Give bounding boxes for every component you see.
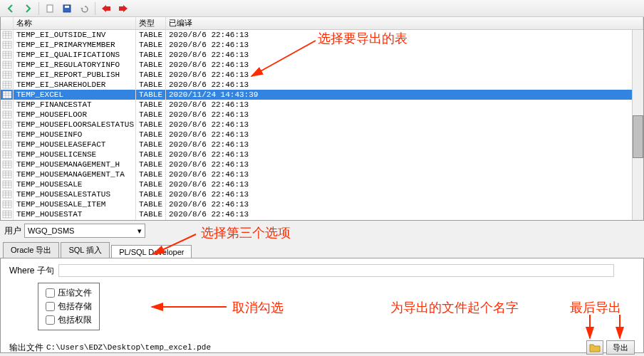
table-row[interactable]: TEMP_EXCELTABLE2020/11/24 14:43:39 xyxy=(1,90,643,100)
toolbar xyxy=(0,0,644,17)
table-icon xyxy=(1,130,14,140)
svg-rect-35 xyxy=(3,91,11,98)
cell-type: TABLE xyxy=(136,110,166,120)
cell-date: 2020/8/6 22:46:13 xyxy=(166,110,643,120)
cell-date: 2020/8/6 22:46:13 xyxy=(166,40,643,50)
red-next-icon[interactable] xyxy=(115,1,131,16)
cell-type: TABLE xyxy=(136,189,166,199)
table-row[interactable]: TEMP_HOUSESALESTATUSTABLE2020/8/6 22:46:… xyxy=(1,189,643,199)
check-compress[interactable]: 压缩文件 xyxy=(46,286,92,300)
col-type[interactable]: 类型 xyxy=(136,17,166,29)
tab-content: Where 子句 压缩文件 包括存储 包括权限 输出文件 C:\Users\ED… xyxy=(0,258,644,353)
table-icon xyxy=(1,189,14,199)
export-button[interactable]: 导出 xyxy=(606,340,635,355)
table-header: 名称 类型 已编译 xyxy=(1,17,643,30)
save-icon[interactable] xyxy=(59,1,75,16)
cell-date: 2020/8/6 22:46:13 xyxy=(166,140,643,150)
svg-rect-4 xyxy=(119,6,123,11)
scrollbar[interactable] xyxy=(632,30,643,220)
table-row[interactable]: TEMP_HOUSEMANAGEMENT_TATABLE2020/8/6 22:… xyxy=(1,169,643,179)
cell-name: TEMP_HOUSESALE_ITEM xyxy=(14,199,136,209)
cell-type: TABLE xyxy=(136,199,166,209)
cell-name: TEMP_HOUSELEASEFACT xyxy=(14,140,136,150)
tab-oracle-export[interactable]: Oracle 导出 xyxy=(3,242,59,258)
cell-type: TABLE xyxy=(136,30,166,40)
cell-date: 2020/8/6 22:46:13 xyxy=(166,219,643,221)
table-list[interactable]: 名称 类型 已编译 TEMP_EI_OUTSIDE_INVTABLE2020/8… xyxy=(0,17,644,221)
svg-rect-3 xyxy=(106,6,110,11)
svg-rect-25 xyxy=(3,71,11,78)
tabs: Oracle 导出 SQL 插入 PL/SQL Developer xyxy=(0,241,644,258)
table-icon xyxy=(1,209,14,219)
table-row[interactable]: TEMP_EI_SHAREHOLDERTABLE2020/8/6 22:46:1… xyxy=(1,80,643,90)
cell-date: 2020/8/6 22:46:13 xyxy=(166,60,643,70)
table-icon xyxy=(1,159,14,169)
svg-rect-30 xyxy=(3,81,11,88)
table-row[interactable]: TEMP_HOUSESALETABLE2020/8/6 22:46:13 xyxy=(1,179,643,189)
table-icon xyxy=(1,219,14,221)
user-select[interactable]: WGQ_DSMS ▾ xyxy=(24,224,145,238)
table-icon xyxy=(1,169,14,179)
table-row[interactable]: TEMP_KEYCORPTABLE2020/8/6 22:46:13 xyxy=(1,219,643,221)
red-prev-icon[interactable] xyxy=(98,1,114,16)
table-row[interactable]: TEMP_HOUSESTATTABLE2020/8/6 22:46:13 xyxy=(1,209,643,219)
browse-button[interactable] xyxy=(586,340,603,355)
check-include-storage[interactable]: 包括存储 xyxy=(46,300,92,313)
cell-name: TEMP_HOUSESALE xyxy=(14,179,136,189)
svg-rect-90 xyxy=(3,201,11,208)
cell-date: 2020/8/6 22:46:13 xyxy=(166,120,643,130)
table-row[interactable]: TEMP_HOUSEMANAGEMENT_HTABLE2020/8/6 22:4… xyxy=(1,159,643,169)
col-compiled[interactable]: 已编译 xyxy=(166,17,643,29)
svg-rect-60 xyxy=(3,141,11,148)
new-icon[interactable] xyxy=(42,1,58,16)
svg-rect-85 xyxy=(3,191,11,198)
cell-type: TABLE xyxy=(136,80,166,90)
svg-rect-80 xyxy=(3,181,11,188)
table-icon xyxy=(1,120,14,130)
scrollbar-thumb[interactable] xyxy=(633,115,643,158)
table-row[interactable]: TEMP_HOUSELICENSETABLE2020/8/6 22:46:13 xyxy=(1,150,643,159)
user-label: 用户 xyxy=(4,225,21,237)
table-icon xyxy=(1,140,14,150)
table-row[interactable]: TEMP_HOUSEFLOORSALESTATUSTABLE2020/8/6 2… xyxy=(1,120,643,130)
cell-date: 2020/8/6 22:46:13 xyxy=(166,209,643,219)
tab-plsql-developer[interactable]: PL/SQL Developer xyxy=(111,245,192,258)
table-row[interactable]: TEMP_HOUSESALE_ITEMTABLE2020/8/6 22:46:1… xyxy=(1,199,643,209)
cell-date: 2020/8/6 22:46:13 xyxy=(166,100,643,110)
table-icon xyxy=(1,80,14,90)
output-path[interactable]: C:\Users\EDZ\Desktop\temp_excel.pde xyxy=(46,343,583,352)
table-row[interactable]: TEMP_FINANCESTATTABLE2020/8/6 22:46:13 xyxy=(1,100,643,110)
cell-type: TABLE xyxy=(136,100,166,110)
svg-rect-0 xyxy=(47,5,53,12)
table-icon xyxy=(1,199,14,209)
col-name[interactable]: 名称 xyxy=(14,17,136,29)
check-include-privileges[interactable]: 包括权限 xyxy=(46,313,92,327)
table-row[interactable]: TEMP_HOUSEINFOTABLE2020/8/6 22:46:13 xyxy=(1,130,643,140)
table-row[interactable]: TEMP_EI_QUALIFICATIONSTABLE2020/8/6 22:4… xyxy=(1,50,643,60)
cell-date: 2020/8/6 22:46:13 xyxy=(166,189,643,199)
nav-right-icon[interactable] xyxy=(20,1,36,16)
table-row[interactable]: TEMP_EI_OUTSIDE_INVTABLE2020/8/6 22:46:1… xyxy=(1,30,643,40)
cell-type: TABLE xyxy=(136,219,166,221)
table-row[interactable]: TEMP_EI_PRIMARYMEMBERTABLE2020/8/6 22:46… xyxy=(1,40,643,50)
table-row[interactable]: TEMP_HOUSELEASEFACTTABLE2020/8/6 22:46:1… xyxy=(1,140,643,150)
table-row[interactable]: TEMP_EI_REPORT_PUBLISHTABLE2020/8/6 22:4… xyxy=(1,70,643,80)
cell-name: TEMP_HOUSESTAT xyxy=(14,209,136,219)
svg-rect-15 xyxy=(3,51,11,58)
nav-left-icon[interactable] xyxy=(3,1,19,16)
table-row[interactable]: TEMP_EI_REGULATORYINFOTABLE2020/8/6 22:4… xyxy=(1,60,643,70)
cell-name: TEMP_EXCEL xyxy=(14,90,136,100)
cell-date: 2020/8/6 22:46:13 xyxy=(166,80,643,90)
cell-type: TABLE xyxy=(136,50,166,60)
svg-rect-5 xyxy=(3,31,11,38)
cell-date: 2020/8/6 22:46:13 xyxy=(166,159,643,169)
cell-type: TABLE xyxy=(136,90,166,100)
cell-name: TEMP_FINANCESTAT xyxy=(14,100,136,110)
cell-name: TEMP_EI_OUTSIDE_INV xyxy=(14,30,136,40)
where-input[interactable] xyxy=(58,264,614,277)
tab-sql-insert[interactable]: SQL 插入 xyxy=(61,242,110,258)
undo-icon[interactable] xyxy=(76,1,92,16)
cell-type: TABLE xyxy=(136,150,166,159)
table-row[interactable]: TEMP_HOUSEFLOORTABLE2020/8/6 22:46:13 xyxy=(1,110,643,120)
svg-rect-20 xyxy=(3,61,11,68)
